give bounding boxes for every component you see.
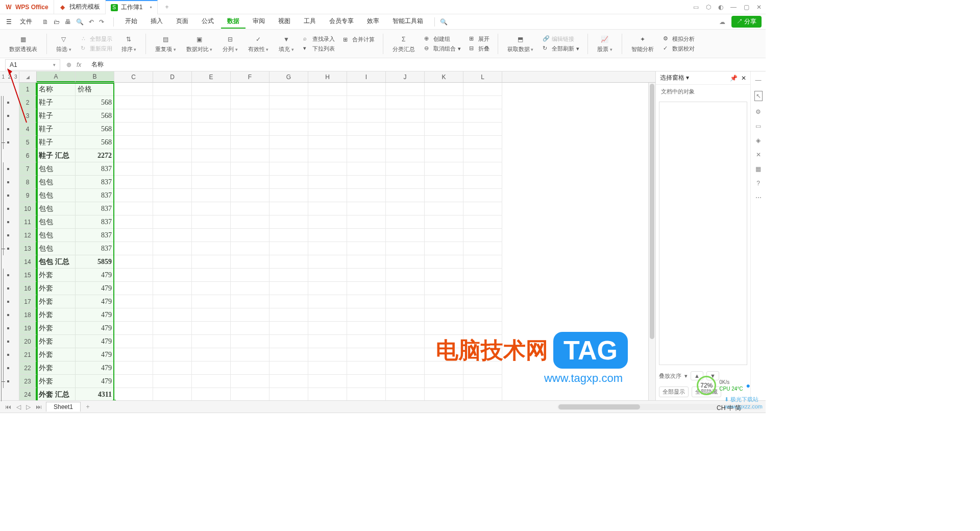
cell[interactable]: 名称 xyxy=(37,83,76,96)
cell[interactable] xyxy=(192,322,231,335)
layout-icon[interactable]: ▦ xyxy=(755,165,761,173)
cell[interactable] xyxy=(231,136,270,149)
cell[interactable]: 包包 xyxy=(37,162,76,176)
first-sheet-icon[interactable]: ⏮ xyxy=(4,403,12,411)
cell[interactable] xyxy=(386,176,425,189)
cell[interactable] xyxy=(386,375,425,388)
cell[interactable] xyxy=(231,361,270,375)
cell[interactable] xyxy=(270,123,308,136)
row-header[interactable]: 24 xyxy=(19,388,37,400)
cell[interactable] xyxy=(153,375,192,388)
cell[interactable] xyxy=(347,269,386,282)
cell[interactable]: 外套 xyxy=(37,295,76,308)
cell[interactable] xyxy=(463,229,502,242)
redo-icon[interactable]: ↷ xyxy=(99,18,104,26)
row-header[interactable]: 11 xyxy=(19,215,37,229)
cell[interactable] xyxy=(270,282,308,295)
cell[interactable] xyxy=(153,162,192,176)
cell[interactable] xyxy=(231,322,270,335)
getdata-button[interactable]: ⬒获取数据 xyxy=(504,34,537,53)
cell[interactable] xyxy=(231,242,270,255)
col-header-K[interactable]: K xyxy=(425,71,463,82)
cell[interactable] xyxy=(153,255,192,269)
cell[interactable] xyxy=(153,215,192,229)
cell[interactable]: 5859 xyxy=(76,255,114,269)
cell[interactable] xyxy=(231,83,270,96)
row-header[interactable]: 12 xyxy=(19,229,37,242)
cell[interactable] xyxy=(386,282,425,295)
cell[interactable]: 鞋子 xyxy=(37,109,76,123)
sheet-tab[interactable]: Sheet1 xyxy=(46,402,81,412)
cell[interactable] xyxy=(114,83,153,96)
tools-icon[interactable]: ✕ xyxy=(756,151,761,158)
row-header[interactable]: 17 xyxy=(19,295,37,308)
add-sheet-icon[interactable]: ＋ xyxy=(84,402,92,411)
refresh-button[interactable]: ↻全部刷新 ▾ xyxy=(543,45,579,53)
cell[interactable] xyxy=(270,162,308,176)
cell[interactable] xyxy=(231,202,270,215)
settings-icon[interactable]: ⚙ xyxy=(755,108,761,115)
cell[interactable]: 837 xyxy=(76,189,114,202)
cell[interactable] xyxy=(463,335,502,348)
undo-icon[interactable]: ↶ xyxy=(89,18,94,26)
cell[interactable] xyxy=(231,96,270,109)
cell[interactable] xyxy=(114,202,153,215)
cell[interactable] xyxy=(153,136,192,149)
cell[interactable] xyxy=(347,109,386,123)
cell[interactable] xyxy=(114,189,153,202)
cell[interactable] xyxy=(308,123,347,136)
cell[interactable] xyxy=(231,255,270,269)
cell[interactable] xyxy=(347,229,386,242)
cell[interactable]: 包包 xyxy=(37,202,76,215)
dropdown-button[interactable]: ▾下拉列表 xyxy=(303,45,335,53)
cell[interactable] xyxy=(386,136,425,149)
ungroup-button[interactable]: ⊖取消组合 ▾ xyxy=(424,45,461,53)
ribbon-tab-9[interactable]: 效率 xyxy=(361,15,385,29)
cell[interactable] xyxy=(308,348,347,361)
cell[interactable] xyxy=(425,136,463,149)
cell[interactable] xyxy=(308,388,347,400)
formula-input[interactable]: 名称 xyxy=(87,60,766,69)
cell[interactable] xyxy=(192,149,231,162)
cell[interactable] xyxy=(386,229,425,242)
cell[interactable] xyxy=(463,348,502,361)
col-header-G[interactable]: G xyxy=(270,71,308,82)
cell[interactable] xyxy=(114,295,153,308)
ribbon-tab-10[interactable]: 智能工具箱 xyxy=(386,15,429,29)
cell[interactable] xyxy=(308,96,347,109)
cell[interactable] xyxy=(231,149,270,162)
cell[interactable] xyxy=(425,255,463,269)
consolidate-button[interactable]: ⊞合并计算 xyxy=(343,36,375,43)
cell[interactable]: 鞋子 xyxy=(37,136,76,149)
col-header-L[interactable]: L xyxy=(463,71,502,82)
cell[interactable] xyxy=(231,375,270,388)
share-button[interactable]: ↗ 分享 xyxy=(731,16,762,28)
cell[interactable] xyxy=(192,109,231,123)
cell[interactable] xyxy=(153,388,192,400)
cell[interactable] xyxy=(231,189,270,202)
cell[interactable] xyxy=(270,202,308,215)
cell[interactable] xyxy=(463,388,502,400)
open-icon[interactable]: 🗁 xyxy=(54,18,60,26)
cell[interactable] xyxy=(425,295,463,308)
preview-icon[interactable]: 🔍 xyxy=(76,18,84,26)
layers-icon[interactable]: ▭ xyxy=(755,123,761,130)
cell[interactable] xyxy=(425,109,463,123)
cell[interactable] xyxy=(192,162,231,176)
cell[interactable] xyxy=(463,149,502,162)
cell[interactable] xyxy=(192,335,231,348)
cell[interactable]: 837 xyxy=(76,176,114,189)
outline-collapse-icon[interactable] xyxy=(1,249,5,249)
cell[interactable] xyxy=(153,335,192,348)
cell[interactable] xyxy=(153,109,192,123)
cell[interactable] xyxy=(153,96,192,109)
cell[interactable] xyxy=(270,189,308,202)
col-header-H[interactable]: H xyxy=(308,71,347,82)
next-sheet-icon[interactable]: ▷ xyxy=(25,403,32,411)
cell[interactable]: 外套 xyxy=(37,375,76,388)
validation-button[interactable]: ✓有效性 xyxy=(245,34,272,53)
row-header[interactable]: 8 xyxy=(19,176,37,189)
datacheck-button[interactable]: ✓数据校对 xyxy=(663,45,695,53)
col-header-J[interactable]: J xyxy=(386,71,425,82)
outline-body[interactable] xyxy=(0,83,19,400)
